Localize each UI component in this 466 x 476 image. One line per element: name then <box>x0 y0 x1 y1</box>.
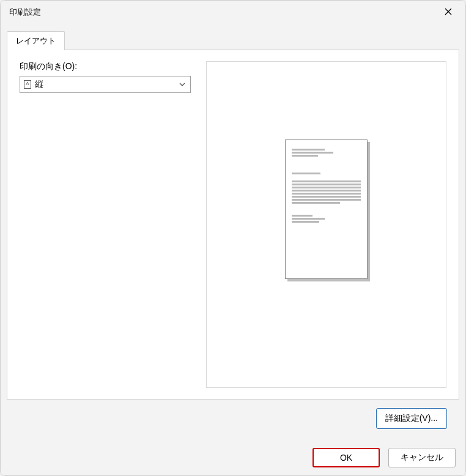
tab-content: 印刷の向き(O): A 縦 <box>7 50 459 400</box>
orientation-combobox[interactable]: A 縦 <box>20 76 191 93</box>
close-button[interactable] <box>435 3 462 21</box>
portrait-icon: A <box>24 80 31 89</box>
dialog-title: 印刷設定 <box>9 7 41 18</box>
tab-label: レイアウト <box>16 36 56 45</box>
preview-pane <box>206 61 446 388</box>
orientation-section: 印刷の向き(O): A 縦 <box>20 61 194 388</box>
titlebar: 印刷設定 <box>1 1 465 24</box>
page-preview <box>285 139 368 279</box>
advanced-button[interactable]: 詳細設定(V)... <box>376 408 447 429</box>
orientation-selected-value: 縦 <box>35 79 43 90</box>
chevron-down-icon <box>179 81 185 87</box>
cancel-button[interactable]: キャンセル <box>388 448 456 467</box>
orientation-label: 印刷の向き(O): <box>20 61 194 72</box>
tab-strip: レイアウト <box>7 31 459 50</box>
tab-layout[interactable]: レイアウト <box>7 31 65 50</box>
ok-button[interactable]: OK <box>313 448 380 467</box>
close-icon <box>445 8 452 17</box>
advanced-row: 詳細設定(V)... <box>7 400 459 440</box>
print-settings-dialog: 印刷設定 レイアウト 印刷の向き(O): A 縦 <box>0 0 466 476</box>
dialog-body: レイアウト 印刷の向き(O): A 縦 <box>1 24 465 440</box>
dialog-footer: OK キャンセル <box>1 440 465 475</box>
